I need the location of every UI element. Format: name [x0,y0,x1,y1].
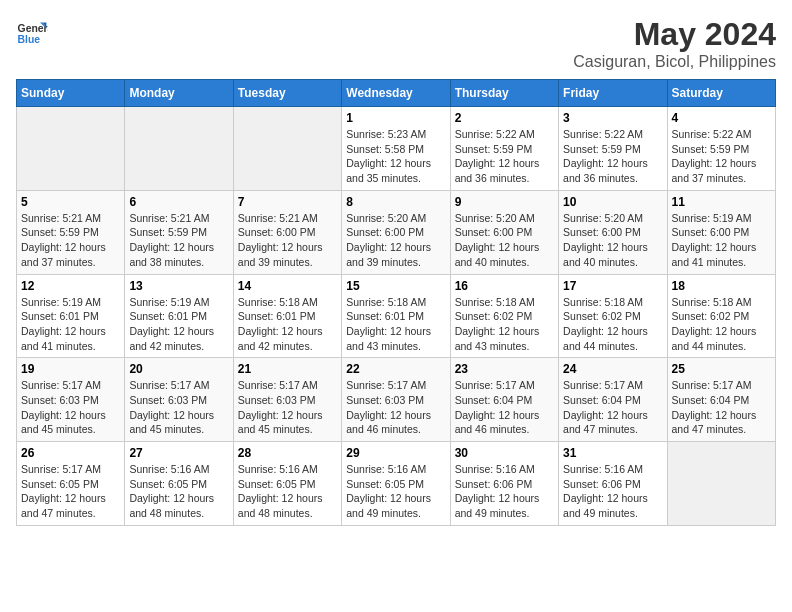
day-number: 15 [346,279,445,293]
page-title: May 2024 [573,16,776,53]
day-number: 16 [455,279,554,293]
col-header-sunday: Sunday [17,80,125,107]
day-info: Sunrise: 5:16 AM Sunset: 6:06 PM Dayligh… [563,462,662,521]
calendar-cell: 4Sunrise: 5:22 AM Sunset: 5:59 PM Daylig… [667,107,775,191]
calendar-cell: 30Sunrise: 5:16 AM Sunset: 6:06 PM Dayli… [450,442,558,526]
day-info: Sunrise: 5:21 AM Sunset: 5:59 PM Dayligh… [129,211,228,270]
day-number: 9 [455,195,554,209]
calendar-cell [667,442,775,526]
day-number: 13 [129,279,228,293]
day-number: 21 [238,362,337,376]
calendar-cell [233,107,341,191]
day-number: 26 [21,446,120,460]
logo-icon: General Blue [16,16,48,48]
day-number: 20 [129,362,228,376]
day-info: Sunrise: 5:18 AM Sunset: 6:02 PM Dayligh… [672,295,771,354]
col-header-wednesday: Wednesday [342,80,450,107]
calendar-week-row: 19Sunrise: 5:17 AM Sunset: 6:03 PM Dayli… [17,358,776,442]
day-info: Sunrise: 5:17 AM Sunset: 6:04 PM Dayligh… [672,378,771,437]
calendar-cell: 5Sunrise: 5:21 AM Sunset: 5:59 PM Daylig… [17,190,125,274]
day-info: Sunrise: 5:16 AM Sunset: 6:06 PM Dayligh… [455,462,554,521]
col-header-thursday: Thursday [450,80,558,107]
calendar-week-row: 12Sunrise: 5:19 AM Sunset: 6:01 PM Dayli… [17,274,776,358]
calendar-cell: 13Sunrise: 5:19 AM Sunset: 6:01 PM Dayli… [125,274,233,358]
day-info: Sunrise: 5:22 AM Sunset: 5:59 PM Dayligh… [672,127,771,186]
day-number: 31 [563,446,662,460]
page-header: General Blue May 2024 Casiguran, Bicol, … [16,16,776,71]
calendar-cell: 19Sunrise: 5:17 AM Sunset: 6:03 PM Dayli… [17,358,125,442]
calendar-cell: 12Sunrise: 5:19 AM Sunset: 6:01 PM Dayli… [17,274,125,358]
col-header-tuesday: Tuesday [233,80,341,107]
day-info: Sunrise: 5:18 AM Sunset: 6:02 PM Dayligh… [563,295,662,354]
day-info: Sunrise: 5:17 AM Sunset: 6:04 PM Dayligh… [455,378,554,437]
calendar-cell [17,107,125,191]
day-number: 28 [238,446,337,460]
col-header-friday: Friday [559,80,667,107]
day-number: 3 [563,111,662,125]
calendar-cell: 11Sunrise: 5:19 AM Sunset: 6:00 PM Dayli… [667,190,775,274]
day-number: 27 [129,446,228,460]
day-info: Sunrise: 5:18 AM Sunset: 6:02 PM Dayligh… [455,295,554,354]
calendar-cell: 27Sunrise: 5:16 AM Sunset: 6:05 PM Dayli… [125,442,233,526]
day-number: 17 [563,279,662,293]
svg-text:Blue: Blue [18,34,41,45]
day-number: 29 [346,446,445,460]
calendar-cell: 1Sunrise: 5:23 AM Sunset: 5:58 PM Daylig… [342,107,450,191]
col-header-monday: Monday [125,80,233,107]
day-info: Sunrise: 5:19 AM Sunset: 6:00 PM Dayligh… [672,211,771,270]
day-info: Sunrise: 5:17 AM Sunset: 6:04 PM Dayligh… [563,378,662,437]
calendar-cell: 28Sunrise: 5:16 AM Sunset: 6:05 PM Dayli… [233,442,341,526]
day-info: Sunrise: 5:17 AM Sunset: 6:03 PM Dayligh… [238,378,337,437]
calendar-cell: 18Sunrise: 5:18 AM Sunset: 6:02 PM Dayli… [667,274,775,358]
day-number: 25 [672,362,771,376]
day-number: 11 [672,195,771,209]
day-info: Sunrise: 5:22 AM Sunset: 5:59 PM Dayligh… [563,127,662,186]
day-number: 18 [672,279,771,293]
day-info: Sunrise: 5:21 AM Sunset: 5:59 PM Dayligh… [21,211,120,270]
day-number: 8 [346,195,445,209]
day-info: Sunrise: 5:19 AM Sunset: 6:01 PM Dayligh… [129,295,228,354]
day-number: 22 [346,362,445,376]
logo: General Blue [16,16,48,48]
calendar-cell: 2Sunrise: 5:22 AM Sunset: 5:59 PM Daylig… [450,107,558,191]
page-subtitle: Casiguran, Bicol, Philippines [573,53,776,71]
day-number: 19 [21,362,120,376]
day-info: Sunrise: 5:20 AM Sunset: 6:00 PM Dayligh… [455,211,554,270]
day-number: 23 [455,362,554,376]
calendar-cell: 3Sunrise: 5:22 AM Sunset: 5:59 PM Daylig… [559,107,667,191]
day-number: 6 [129,195,228,209]
calendar-table: SundayMondayTuesdayWednesdayThursdayFrid… [16,79,776,526]
calendar-cell [125,107,233,191]
day-number: 24 [563,362,662,376]
col-header-saturday: Saturday [667,80,775,107]
day-number: 7 [238,195,337,209]
day-number: 10 [563,195,662,209]
day-info: Sunrise: 5:20 AM Sunset: 6:00 PM Dayligh… [563,211,662,270]
day-info: Sunrise: 5:17 AM Sunset: 6:03 PM Dayligh… [346,378,445,437]
day-number: 1 [346,111,445,125]
calendar-body: 1Sunrise: 5:23 AM Sunset: 5:58 PM Daylig… [17,107,776,526]
calendar-cell: 29Sunrise: 5:16 AM Sunset: 6:05 PM Dayli… [342,442,450,526]
calendar-week-row: 5Sunrise: 5:21 AM Sunset: 5:59 PM Daylig… [17,190,776,274]
calendar-cell: 22Sunrise: 5:17 AM Sunset: 6:03 PM Dayli… [342,358,450,442]
calendar-cell: 10Sunrise: 5:20 AM Sunset: 6:00 PM Dayli… [559,190,667,274]
calendar-header-row: SundayMondayTuesdayWednesdayThursdayFrid… [17,80,776,107]
day-number: 14 [238,279,337,293]
title-block: May 2024 Casiguran, Bicol, Philippines [573,16,776,71]
calendar-cell: 14Sunrise: 5:18 AM Sunset: 6:01 PM Dayli… [233,274,341,358]
calendar-week-row: 26Sunrise: 5:17 AM Sunset: 6:05 PM Dayli… [17,442,776,526]
day-info: Sunrise: 5:17 AM Sunset: 6:05 PM Dayligh… [21,462,120,521]
calendar-cell: 23Sunrise: 5:17 AM Sunset: 6:04 PM Dayli… [450,358,558,442]
calendar-cell: 20Sunrise: 5:17 AM Sunset: 6:03 PM Dayli… [125,358,233,442]
calendar-week-row: 1Sunrise: 5:23 AM Sunset: 5:58 PM Daylig… [17,107,776,191]
day-info: Sunrise: 5:20 AM Sunset: 6:00 PM Dayligh… [346,211,445,270]
day-info: Sunrise: 5:19 AM Sunset: 6:01 PM Dayligh… [21,295,120,354]
calendar-cell: 24Sunrise: 5:17 AM Sunset: 6:04 PM Dayli… [559,358,667,442]
day-info: Sunrise: 5:16 AM Sunset: 6:05 PM Dayligh… [238,462,337,521]
calendar-cell: 21Sunrise: 5:17 AM Sunset: 6:03 PM Dayli… [233,358,341,442]
day-info: Sunrise: 5:16 AM Sunset: 6:05 PM Dayligh… [129,462,228,521]
day-info: Sunrise: 5:18 AM Sunset: 6:01 PM Dayligh… [238,295,337,354]
day-info: Sunrise: 5:17 AM Sunset: 6:03 PM Dayligh… [129,378,228,437]
day-number: 30 [455,446,554,460]
day-info: Sunrise: 5:18 AM Sunset: 6:01 PM Dayligh… [346,295,445,354]
